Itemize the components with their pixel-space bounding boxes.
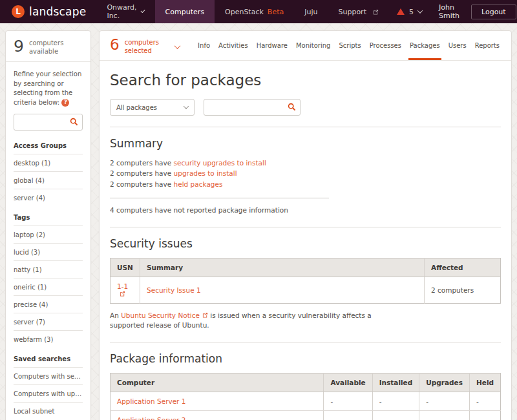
installed-cell: - xyxy=(372,411,419,420)
computers-available-header: 9 computers available xyxy=(6,31,90,62)
warning-icon xyxy=(397,8,405,15)
sidebar-section-title: Access Groups xyxy=(14,134,83,154)
package-filter-value: All packages xyxy=(116,104,157,111)
tab-reports[interactable]: Reports xyxy=(474,31,501,60)
summary-line: 2 computers have security upgrades to in… xyxy=(110,158,501,168)
sidebar-item[interactable]: webfarm (3) xyxy=(14,330,83,348)
column-header: Available xyxy=(324,373,372,392)
nav-item-label: Computers xyxy=(165,8,204,16)
landscape-app: L landscape Onward, Inc. Computers OpenS… xyxy=(0,0,517,420)
summary-link[interactable]: security upgrades to install xyxy=(174,159,266,167)
sidebar-item[interactable]: Computers with securit… xyxy=(14,367,83,384)
security-note: An Ubuntu Security Notice is issued when… xyxy=(110,311,394,331)
package-filter-select[interactable]: All packages xyxy=(110,99,195,116)
refine-text-span: Refine your selection by searching or se… xyxy=(14,70,81,106)
sidebar-item[interactable]: server (7) xyxy=(14,313,83,330)
column-header: Affected xyxy=(425,258,501,277)
tab-activities[interactable]: Activities xyxy=(217,31,249,60)
sidebar-item[interactable]: Computers with upgrades xyxy=(14,384,83,402)
sidebar-section-title: Tags xyxy=(14,206,83,226)
tab-processes[interactable]: Processes xyxy=(368,31,403,60)
security-issues-heading: Security issues xyxy=(110,237,501,250)
column-header: Summary xyxy=(140,258,425,277)
summary-link[interactable]: held packages xyxy=(174,180,223,188)
divider xyxy=(110,227,501,227)
sidebar-item[interactable]: server (4) xyxy=(14,189,83,206)
table-row: Application Server 2---- xyxy=(111,411,501,420)
nav-item-openstack[interactable]: OpenStack Beta xyxy=(215,0,294,23)
package-search-row: All packages xyxy=(110,99,501,116)
chevron-down-icon xyxy=(141,8,145,13)
summary-lines: 2 computers have security upgrades to in… xyxy=(110,158,501,189)
sidebar-section-title: Saved searches xyxy=(14,348,83,367)
usn-cell: 1-1 xyxy=(111,277,140,303)
nav-item-label: Support xyxy=(338,8,366,16)
tab-info[interactable]: Info xyxy=(196,31,211,60)
selected-count: 6 xyxy=(110,37,120,53)
available-cell: - xyxy=(324,411,372,420)
sidebar-item[interactable]: oneiric (1) xyxy=(14,278,83,295)
sidebar-item[interactable]: natty (1) xyxy=(14,260,83,278)
content: 9 computers available Refine your select… xyxy=(0,23,517,420)
chevron-down-icon xyxy=(184,103,189,109)
nav-item-support[interactable]: Support xyxy=(328,0,388,23)
sidebar-item[interactable]: Local subnet xyxy=(14,402,83,419)
column-header: Upgrades xyxy=(419,373,470,392)
nav-right: 5 John Smith Logout xyxy=(389,0,517,23)
available-cell: - xyxy=(324,392,372,411)
column-header: USN xyxy=(111,258,140,277)
package-search xyxy=(204,99,301,116)
usn-link[interactable]: 1-1 xyxy=(117,282,128,290)
alerts-menu[interactable]: 5 xyxy=(389,0,430,23)
sidebar-item[interactable]: lucid (3) xyxy=(14,243,83,260)
logout-button[interactable]: Logout xyxy=(471,5,516,19)
package-information-heading: Package information xyxy=(110,352,501,365)
summary-link[interactable]: upgrades to install xyxy=(174,169,237,177)
selected-count-label: computers selected xyxy=(125,37,162,55)
summary-line: 2 computers have upgrades to install xyxy=(110,168,501,178)
tab-monitoring[interactable]: Monitoring xyxy=(295,31,332,60)
computer-link[interactable]: Application Server 2 xyxy=(117,416,185,420)
nav-item-label: OpenStack xyxy=(225,8,264,16)
available-count-label: computers available xyxy=(29,37,83,56)
upgrades-cell: - xyxy=(419,392,470,411)
sidebar-item[interactable]: precise (4) xyxy=(14,295,83,313)
package-search-input[interactable] xyxy=(204,100,300,115)
top-nav: L landscape Onward, Inc. Computers OpenS… xyxy=(0,0,517,23)
summary-line: 2 computers have held packages xyxy=(110,179,501,189)
nav-left: L landscape Onward, Inc. Computers OpenS… xyxy=(0,0,389,23)
ubuntu-security-notice-link[interactable]: Ubuntu Security Notice xyxy=(121,311,200,319)
security-issue-link[interactable]: Security Issue 1 xyxy=(147,286,201,294)
landscape-logo-icon: L xyxy=(12,5,25,18)
chevron-down-icon[interactable] xyxy=(174,43,180,49)
tab-users[interactable]: Users xyxy=(447,31,468,60)
help-icon[interactable]: ? xyxy=(61,99,69,107)
tab-hardware[interactable]: Hardware xyxy=(255,31,289,60)
tab-packages[interactable]: Packages xyxy=(408,31,441,60)
sidebar-item[interactable]: desktop (1) xyxy=(14,154,83,171)
divider xyxy=(110,342,501,342)
page-title: Search for packages xyxy=(110,72,501,89)
sidebar-item[interactable]: global (4) xyxy=(14,171,83,189)
computer-cell: Application Server 2 xyxy=(111,411,324,420)
computers-selected-header: 6 computers selected xyxy=(110,31,180,60)
sidebar-search xyxy=(14,114,83,131)
computer-link[interactable]: Application Server 1 xyxy=(117,397,185,405)
sidebar: 9 computers available Refine your select… xyxy=(5,30,91,420)
landscape-logo[interactable]: L landscape xyxy=(0,0,96,23)
security-note-prefix: An xyxy=(110,311,121,319)
chevron-down-icon xyxy=(417,8,423,13)
tab-scripts[interactable]: Scripts xyxy=(337,31,362,60)
package-information-table: ComputerAvailableInstalledUpgradesHeld A… xyxy=(110,373,501,420)
search-icon[interactable] xyxy=(70,118,78,126)
column-header: Computer xyxy=(111,373,324,392)
logout-wrap: Logout xyxy=(469,0,517,23)
search-icon[interactable] xyxy=(288,103,296,111)
account-name: Onward, Inc. xyxy=(107,3,138,20)
nav-item-juju[interactable]: Juju xyxy=(294,0,328,23)
table-row: Application Server 1---- xyxy=(111,392,501,411)
account-menu[interactable]: Onward, Inc. xyxy=(96,0,154,23)
sidebar-item[interactable]: laptop (2) xyxy=(14,226,83,243)
nav-item-computers[interactable]: Computers xyxy=(155,0,215,23)
summary-line-prefix: 2 computers have xyxy=(110,180,174,188)
